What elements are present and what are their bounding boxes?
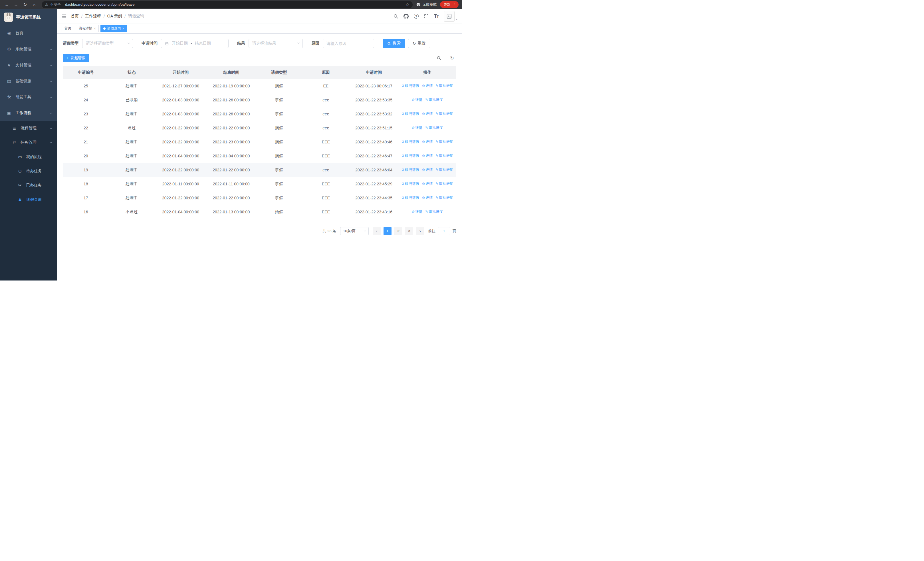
cell-leave-type: 事假 — [256, 177, 303, 191]
tab-process-detail[interactable]: 流程详情 × — [76, 25, 99, 32]
action-cancel-link[interactable]: ⊘取消请假 — [402, 112, 419, 116]
breadcrumb-home[interactable]: 首页 — [71, 14, 79, 19]
table-row[interactable]: 25 处理中 2021-12-27 00:00:00 2022-01-19 00… — [63, 79, 456, 93]
tab-home[interactable]: 首页 — [62, 25, 74, 32]
action-cancel-link[interactable]: ⊘取消请假 — [402, 196, 419, 200]
update-button[interactable]: 更新 ⋮ — [440, 1, 459, 8]
font-size-icon[interactable]: TT — [434, 14, 439, 19]
menu-dots-icon[interactable]: ⋮ — [452, 3, 456, 7]
search-icon[interactable] — [393, 14, 398, 19]
sidebar-item-task-management[interactable]: ⚐ 任务管理 — [0, 135, 57, 150]
reload-icon[interactable]: ↻ — [21, 1, 29, 8]
app-logo[interactable]: 芋道管理系统 — [0, 9, 57, 25]
sidebar-item-workflow[interactable]: ▣ 工作流程 — [0, 105, 57, 121]
action-cancel-link[interactable]: ⊘取消请假 — [402, 140, 419, 144]
table-row[interactable]: 23 处理中 2022-01-03 00:00:00 2022-01-26 00… — [63, 107, 456, 121]
sidebar-item-todo-tasks[interactable]: ⊙ 待办任务 — [0, 164, 57, 178]
search-button[interactable]: 搜索 — [382, 39, 405, 48]
sidebar-item-my-process[interactable]: ✉ 我的流程 — [0, 150, 57, 164]
action-detail-link[interactable]: ⊙详情 — [422, 154, 433, 158]
home-icon[interactable]: ⌂ — [30, 1, 38, 8]
sidebar-item-dev-tools[interactable]: ⚒ 研发工具 — [0, 89, 57, 105]
tab-leave-query[interactable]: 请假查询 × — [100, 25, 127, 32]
breadcrumb-workflow[interactable]: 工作流程 — [85, 14, 101, 19]
action-progress-link[interactable]: ✎审批进度 — [425, 98, 443, 102]
user-menu[interactable]: ▾ — [444, 11, 458, 22]
action-cancel-link[interactable]: ⊘取消请假 — [402, 182, 419, 186]
action-detail-link[interactable]: ⊙详情 — [422, 182, 433, 186]
table-row[interactable]: 17 处理中 2022-01-22 00:00:00 2022-01-22 00… — [63, 191, 456, 205]
action-progress-link[interactable]: ✎审批进度 — [435, 154, 453, 158]
action-progress-link[interactable]: ✎审批进度 — [435, 196, 453, 200]
reset-button[interactable]: ↻ 重置 — [408, 39, 430, 48]
back-icon[interactable]: ← — [3, 1, 11, 8]
cell-end-time: 2022-01-22 00:00:00 — [207, 191, 256, 205]
cell-reason: EEE — [303, 205, 349, 219]
sidebar-item-leave-query[interactable]: ♟ 请假查询 — [0, 193, 57, 207]
result-select[interactable]: 请选择流结果 — [249, 39, 303, 48]
action-progress-link[interactable]: ✎审批进度 — [435, 168, 453, 171]
bookmark-star-icon[interactable]: ☆ — [405, 2, 409, 7]
url-bar[interactable]: ⚠ 不安全 dashboard.yudao.iocoder.cn/bpm/oa/… — [42, 1, 412, 8]
help-icon[interactable]: ? — [414, 14, 418, 18]
action-cancel-link[interactable]: ⊘取消请假 — [402, 154, 419, 158]
table-row[interactable]: 20 处理中 2022-01-04 00:00:00 2022-01-04 00… — [63, 149, 456, 163]
eye-icon: ⊙ — [422, 140, 425, 144]
sidebar-item-done-tasks[interactable]: ✂ 已办任务 — [0, 178, 57, 193]
table-row[interactable]: 16 不通过 2022-01-04 00:00:00 2022-01-13 00… — [63, 205, 456, 219]
action-detail-link[interactable]: ⊙详情 — [422, 140, 433, 144]
breadcrumb-oa-example[interactable]: OA 示例 — [107, 14, 122, 19]
col-reason: 原因 — [303, 66, 349, 79]
action-detail-link[interactable]: ⊙详情 — [422, 196, 433, 200]
action-detail-link[interactable]: ⊙详情 — [422, 112, 433, 116]
sidebar-item-system-management[interactable]: ⚙ 系统管理 — [0, 41, 57, 57]
page-button-1[interactable]: 1 — [384, 227, 392, 235]
action-detail-link[interactable]: ⊙详情 — [412, 210, 422, 214]
action-progress-link[interactable]: ✎审批进度 — [435, 182, 453, 186]
table-row[interactable]: 19 处理中 2022-01-22 00:00:00 2022-01-22 00… — [63, 163, 456, 177]
sidebar-collapse-icon[interactable] — [62, 14, 67, 19]
action-progress-link[interactable]: ✎审批进度 — [435, 140, 453, 144]
action-progress-link[interactable]: ✎审批进度 — [435, 112, 453, 116]
page-size-select[interactable]: 10条/页 — [340, 227, 369, 235]
forward-icon[interactable]: → — [12, 1, 20, 8]
action-detail-link[interactable]: ⊙详情 — [412, 98, 422, 102]
table-row[interactable]: 18 处理中 2022-01-11 00:00:00 2022-01-11 00… — [63, 177, 456, 191]
action-detail-link[interactable]: ⊙详情 — [422, 84, 433, 88]
chevron-up-icon — [50, 142, 52, 144]
select-placeholder: 请选择请假类型 — [86, 41, 114, 46]
page-button-2[interactable]: 2 — [394, 227, 402, 235]
table-row[interactable]: 22 通过 2022-01-22 00:00:00 2022-01-22 00:… — [63, 121, 456, 135]
refresh-table-icon[interactable]: ↻ — [448, 54, 456, 62]
close-icon[interactable]: × — [94, 27, 96, 30]
action-cancel-link[interactable]: ⊘取消请假 — [402, 168, 419, 171]
leave-type-select[interactable]: 请选择请假类型 — [82, 39, 133, 48]
sidebar-item-infrastructure[interactable]: ▤ 基础设施 — [0, 73, 57, 89]
url-text[interactable]: dashboard.yudao.iocoder.cn/bpm/oa/leave — [65, 3, 404, 7]
next-page-button[interactable]: › — [416, 227, 424, 235]
sidebar-item-process-management[interactable]: ≣ 流程管理 — [0, 121, 57, 135]
table-row[interactable]: 21 处理中 2022-01-22 00:00:00 2022-01-23 00… — [63, 135, 456, 149]
search-toggle-icon[interactable] — [435, 54, 443, 62]
goto-page-input[interactable] — [438, 227, 450, 235]
reason-input[interactable] — [323, 39, 374, 48]
action-detail-link[interactable]: ⊙详情 — [412, 126, 422, 130]
avatar[interactable] — [444, 11, 454, 22]
action-progress-link[interactable]: ✎审批进度 — [425, 126, 443, 130]
sidebar-item-payment-management[interactable]: ¥ 支付管理 — [0, 57, 57, 73]
github-icon[interactable] — [404, 14, 409, 19]
action-progress-link[interactable]: ✎审批进度 — [435, 84, 453, 88]
action-cancel-link[interactable]: ⊘取消请假 — [402, 84, 419, 88]
close-icon[interactable]: × — [122, 27, 124, 30]
create-leave-button[interactable]: + 发起请假 — [63, 54, 89, 62]
sidebar-item-home[interactable]: ◉ 首页 — [0, 25, 57, 41]
apply-time-range-picker[interactable]: 开始日期 - 结束日期 — [161, 39, 229, 48]
page-button-3[interactable]: 3 — [405, 227, 413, 235]
security-label[interactable]: 不安全 — [50, 2, 61, 7]
table-row[interactable]: 24 已取消 2022-01-03 00:00:00 2022-01-26 00… — [63, 93, 456, 107]
prev-page-button[interactable]: ‹ — [373, 227, 381, 235]
fullscreen-icon[interactable] — [424, 14, 429, 19]
cancel-icon: ⊘ — [402, 84, 404, 88]
action-progress-link[interactable]: ✎审批进度 — [425, 210, 443, 214]
action-detail-link[interactable]: ⊙详情 — [422, 168, 433, 171]
